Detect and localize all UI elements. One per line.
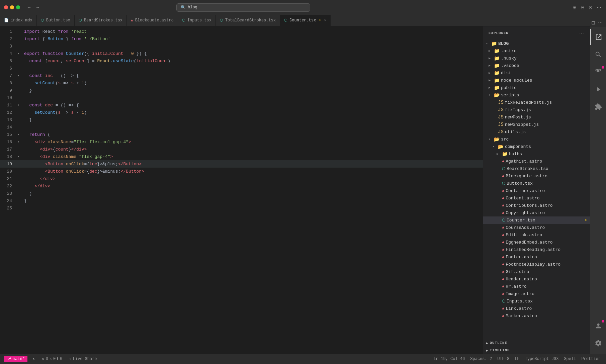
tree-item-astro-folder[interactable]: ▶ 📁 .astro — [483, 47, 590, 55]
code-line-10: 10 — [0, 94, 483, 101]
activity-extensions-button[interactable] — [590, 99, 606, 115]
tree-item-hr-astro[interactable]: ▲ Hr.astro — [483, 283, 590, 290]
layout-button[interactable]: ⊟ — [580, 4, 585, 11]
activity-settings-button[interactable] — [590, 335, 606, 351]
tree-item-vscode-folder[interactable]: ▶ 📁 .vscode — [483, 62, 590, 69]
activity-explorer-button[interactable] — [590, 29, 606, 45]
status-position[interactable]: Ln 19, Col 46 — [432, 357, 466, 361]
activity-search-button[interactable] — [590, 47, 606, 63]
status-branch-section[interactable]: ⎇ main* — [4, 356, 27, 362]
tree-item-blockquote-astro[interactable]: ▲ Blockquote.astro — [483, 172, 590, 180]
more-actions-button[interactable]: ⋯ — [596, 4, 602, 11]
status-sync-button[interactable]: ↻ — [31, 357, 36, 362]
fold-gutter[interactable]: ▾ — [17, 74, 23, 78]
tree-root-blog[interactable]: ▾ 📁 BLOG — [483, 40, 590, 47]
status-liveshare-button[interactable]: ⚡ Live Share — [68, 357, 98, 362]
activity-accounts-button[interactable] — [590, 318, 606, 334]
tree-item-scripts-folder[interactable]: ▾ 📂 scripts — [483, 91, 590, 99]
explorer-title: EXPLORER — [489, 31, 509, 35]
editor-content[interactable]: 1 import React from 'react' 2 import { B… — [0, 26, 483, 354]
tree-item-dist-folder[interactable]: ▶ 📁 dist — [483, 69, 590, 77]
tree-item-fixrelatedposts-js[interactable]: JS fixRelatedPosts.js — [483, 99, 590, 106]
tab-blockquote-astro[interactable]: ▲ Blockquote.astro — [127, 15, 178, 26]
tree-item-beardstrokes-tsx[interactable]: ⬡ BeardStrokes.tsx — [483, 165, 590, 172]
tree-item-fixtags-js[interactable]: JS fixTags.js — [483, 106, 590, 113]
status-encoding[interactable]: UTF-8 — [496, 357, 511, 361]
tree-item-components-folder[interactable]: ▾ 📂 components — [483, 143, 590, 150]
activity-run-button[interactable] — [590, 81, 606, 97]
tree-item-footnotedisplay-astro[interactable]: ▲ FootnoteDisplay.astro — [483, 261, 590, 268]
fold-gutter[interactable]: ▾ — [17, 155, 23, 159]
tree-item-gif-astro[interactable]: ▲ Gif.astro — [483, 268, 590, 275]
tree-item-newsnippet-js[interactable]: JS newSnippet.js — [483, 121, 590, 128]
status-language[interactable]: TypeScript JSX — [524, 357, 560, 361]
activity-source-control-button[interactable] — [590, 64, 606, 80]
maximize-button[interactable] — [16, 5, 20, 9]
split-editor-button[interactable]: ⊞ — [572, 4, 577, 11]
line-number: 25 — [0, 206, 17, 211]
tab-close-button[interactable]: ✕ — [324, 18, 326, 22]
folder-components-icon: 📂 — [498, 144, 504, 150]
fold-gutter[interactable]: ▾ — [17, 103, 23, 107]
tree-item-copyright-astro[interactable]: ▲ Copyright.astro — [483, 209, 590, 216]
tree-label: .husky — [501, 56, 587, 61]
tree-item-eggheadembed-astro[interactable]: ▲ EggheadEmbed.astro — [483, 239, 590, 246]
new-file-button[interactable]: ⋯ — [579, 30, 585, 36]
tree-item-editlink-astro[interactable]: ▲ EditLink.astro — [483, 231, 590, 239]
close-button[interactable] — [4, 5, 8, 9]
tree-item-node-modules-folder[interactable]: ▶ 📁 node_modules — [483, 77, 590, 84]
customize-layout-button[interactable]: ⊠ — [588, 4, 593, 11]
tab-counter-tsx[interactable]: ⬡ Counter.tsx U ✕ — [280, 15, 331, 26]
line-content: <div>{count}</div> — [23, 147, 483, 152]
title-search-bar[interactable]: 🔍 blog — [176, 3, 310, 12]
tree-item-agathist-astro[interactable]: ▲ Agathist.astro — [483, 158, 590, 165]
minimize-button[interactable] — [10, 5, 14, 9]
tree-item-header-astro[interactable]: ▲ Header.astro — [483, 275, 590, 283]
tree-item-husky-folder[interactable]: ▶ 📁 .husky — [483, 55, 590, 62]
status-errors-button[interactable]: ✕ 0 ⚠ 0 ℹ 0 — [40, 357, 64, 362]
tree-item-image-astro[interactable]: ▲ Image.astro — [483, 290, 590, 297]
tree-item-counter-tsx[interactable]: ⬡ Counter.tsx U — [483, 216, 590, 224]
tree-item-newpost-js[interactable]: JS newPost.js — [483, 113, 590, 121]
tree-item-button-tsx[interactable]: ⬡ Button.tsx — [483, 180, 590, 187]
nav-forward-button[interactable]: → — [34, 4, 41, 11]
tree-item-bulbs-folder[interactable]: ▶ 📁 bulbs — [483, 150, 590, 158]
tree-item-inputs-tsx[interactable]: ⬡ Inputs.tsx — [483, 297, 590, 305]
tree-item-content-astro[interactable]: ▲ Content.astro — [483, 194, 590, 202]
tree-item-marker-astro[interactable]: ▲ Marker.astro — [483, 312, 590, 320]
line-content: } — [23, 198, 483, 203]
tab-icon: ⬡ — [79, 18, 82, 22]
line-number: 22 — [0, 184, 17, 189]
tree-item-utils-js[interactable]: JS utils.js — [483, 128, 590, 135]
outline-section-header[interactable]: ▶ OUTLINE — [483, 339, 590, 347]
tree-item-contributors-astro[interactable]: ▲ Contributors.astro — [483, 202, 590, 209]
tab-totalbeardstrokes-tsx[interactable]: ⬡ TotalBeardStrokes.tsx — [216, 15, 280, 26]
timeline-section-header[interactable]: ▶ TIMELINE — [483, 347, 590, 354]
tree-item-finishedreading-astro[interactable]: ▲ FinishedReading.astro — [483, 246, 590, 253]
fold-gutter[interactable]: ▾ — [17, 52, 23, 56]
timeline-arrow-icon: ▶ — [486, 348, 489, 353]
explorer-tree[interactable]: ▾ 📁 BLOG ▶ 📁 .astro ▶ 📁 .husky ▶ 📁 .vsco… — [483, 40, 590, 339]
editor-actions-button[interactable]: ⋯ — [597, 19, 603, 26]
fold-gutter[interactable]: ▾ — [17, 132, 23, 136]
tab-beardstrokes-tsx[interactable]: ⬡ BeardStrokes.tsx — [75, 15, 127, 26]
tab-button-tsx[interactable]: ⬡ Button.tsx — [37, 15, 75, 26]
tab-inputs-tsx[interactable]: ⬡ Inputs.tsx — [178, 15, 216, 26]
tree-item-footer-astro[interactable]: ▲ Footer.astro — [483, 253, 590, 261]
fold-gutter[interactable]: ▾ — [17, 140, 23, 144]
tree-item-public-folder[interactable]: ▶ 📁 public — [483, 84, 590, 91]
tree-item-src-folder[interactable]: ▾ 📂 src — [483, 135, 590, 143]
code-line-15: 15 ▾ return ( — [0, 131, 483, 138]
tab-index-mdx[interactable]: 📄 index.mdx — [0, 15, 37, 26]
status-spaces[interactable]: Spaces: 2 — [469, 357, 493, 361]
tree-item-courseads-astro[interactable]: ▲ CourseAds.astro — [483, 224, 590, 231]
nav-back-button[interactable]: ← — [25, 4, 33, 11]
status-spell[interactable]: Spell — [562, 357, 577, 361]
status-prettier[interactable]: Prettier — [580, 357, 602, 361]
status-eol[interactable]: LF — [513, 357, 521, 361]
tree-item-container-astro[interactable]: ▲ Container.astro — [483, 187, 590, 194]
tree-item-link-astro[interactable]: ▲ Link.astro — [483, 305, 590, 312]
tab-label: Inputs.tsx — [187, 18, 211, 23]
astro-file-icon: ▲ — [502, 291, 504, 296]
split-right-button[interactable]: ⊟ — [591, 19, 596, 26]
